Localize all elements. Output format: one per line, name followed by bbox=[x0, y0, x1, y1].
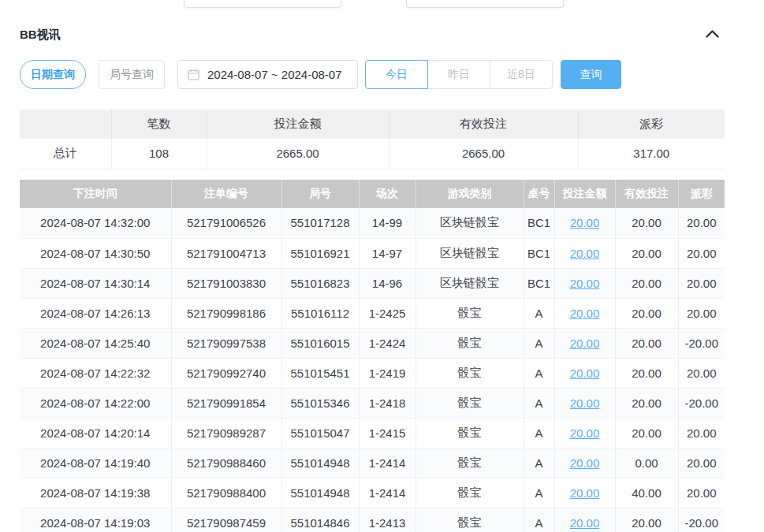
table-row: 2024-08-07 14:32:00521791006526551017128… bbox=[20, 208, 725, 238]
date-query-tab[interactable]: 日期查询 bbox=[20, 60, 86, 89]
table-row: 2024-08-07 14:25:40521790997538551016015… bbox=[20, 328, 725, 358]
top-input-1[interactable] bbox=[184, 0, 341, 8]
search-button[interactable]: 查询 bbox=[561, 60, 621, 89]
bet-records-table: 下注时间 注单编号 局号 场次 游戏类别 桌号 投注金额 有效投注 派彩 202… bbox=[20, 180, 725, 532]
quick-range-last8[interactable]: 近8日 bbox=[490, 60, 553, 89]
bet-amount-link[interactable]: 20.00 bbox=[570, 366, 600, 380]
table-row: 2024-08-07 14:20:14521790989287551015047… bbox=[20, 418, 725, 448]
page: BB视讯 日期查询 局号查询 2024-08-07 ~ 2024-08-07 今… bbox=[0, 0, 764, 532]
chevron-up-icon bbox=[706, 27, 719, 41]
header-payout: 派彩 bbox=[678, 180, 725, 208]
summary-total-label: 总计 bbox=[20, 139, 111, 169]
summary-header-bet-amount: 投注金额 bbox=[207, 110, 389, 139]
table-row: 2024-08-07 14:19:38521790988400551014948… bbox=[20, 478, 725, 508]
summary-total-bet-amount: 2665.00 bbox=[207, 139, 389, 169]
search-button-label: 查询 bbox=[580, 68, 602, 82]
round-query-label: 局号查询 bbox=[110, 68, 154, 82]
table-row: 2024-08-07 14:22:32521790992740551015451… bbox=[20, 358, 725, 388]
summary-header-valid-bet: 有效投注 bbox=[389, 110, 578, 139]
filter-bar: 日期查询 局号查询 2024-08-07 ~ 2024-08-07 今日 昨日 … bbox=[20, 60, 621, 89]
header-session: 场次 bbox=[359, 180, 416, 208]
section-title: BB视讯 bbox=[20, 28, 61, 43]
quick-range-last8-label: 近8日 bbox=[507, 68, 535, 82]
summary-total-valid-bet: 2665.00 bbox=[389, 139, 578, 169]
table-row: 2024-08-07 14:30:14521791003830551016823… bbox=[20, 268, 725, 298]
header-valid-bet: 有效投注 bbox=[615, 180, 678, 208]
date-range-value: 2024-08-07 ~ 2024-08-07 bbox=[207, 68, 342, 81]
bet-amount-link[interactable]: 20.00 bbox=[570, 516, 600, 530]
summary-total-payout: 317.00 bbox=[578, 139, 725, 169]
summary-table: 笔数 投注金额 有效投注 派彩 总计 108 2665.00 2665.00 3… bbox=[20, 110, 725, 169]
header-table-no: 桌号 bbox=[524, 180, 554, 208]
top-input-2[interactable] bbox=[406, 0, 564, 8]
header-order-id: 注单编号 bbox=[171, 180, 281, 208]
bet-amount-link[interactable]: 20.00 bbox=[570, 426, 600, 440]
quick-range-group: 今日 昨日 近8日 bbox=[365, 60, 553, 89]
bet-amount-link[interactable]: 20.00 bbox=[570, 456, 600, 470]
table-row: 2024-08-07 14:26:13521790998186551016112… bbox=[20, 298, 725, 328]
date-query-label: 日期查询 bbox=[31, 68, 75, 82]
quick-range-yesterday-label: 昨日 bbox=[448, 68, 470, 82]
round-query-tab[interactable]: 局号查询 bbox=[99, 60, 165, 89]
bet-amount-link[interactable]: 20.00 bbox=[570, 216, 600, 229]
quick-range-yesterday[interactable]: 昨日 bbox=[427, 60, 490, 89]
summary-header-row: 笔数 投注金额 有效投注 派彩 bbox=[20, 110, 725, 139]
summary-total-row: 总计 108 2665.00 2665.00 317.00 bbox=[20, 139, 725, 169]
table-row: 2024-08-07 14:19:03521790987459551014846… bbox=[20, 508, 725, 532]
calendar-icon bbox=[188, 69, 199, 80]
table-row: 2024-08-07 14:22:00521790991854551015346… bbox=[20, 388, 725, 418]
table-row: 2024-08-07 14:19:40521790988460551014948… bbox=[20, 448, 725, 478]
header-game-type: 游戏类别 bbox=[416, 180, 524, 208]
quick-range-today[interactable]: 今日 bbox=[365, 60, 428, 89]
collapse-button[interactable] bbox=[701, 25, 723, 43]
summary-header-empty bbox=[20, 110, 111, 139]
bet-amount-link[interactable]: 20.00 bbox=[570, 396, 600, 410]
summary-total-count: 108 bbox=[111, 139, 207, 169]
header-bet-time: 下注时间 bbox=[20, 180, 171, 208]
table-header-row: 下注时间 注单编号 局号 场次 游戏类别 桌号 投注金额 有效投注 派彩 bbox=[20, 180, 725, 208]
date-range-picker[interactable]: 2024-08-07 ~ 2024-08-07 bbox=[177, 60, 358, 89]
bet-amount-link[interactable]: 20.00 bbox=[570, 247, 600, 260]
bet-amount-link[interactable]: 20.00 bbox=[570, 337, 600, 350]
summary-header-count: 笔数 bbox=[111, 110, 207, 139]
quick-range-today-label: 今日 bbox=[386, 68, 408, 82]
bet-table-body: 2024-08-07 14:32:00521791006526551017128… bbox=[20, 208, 725, 532]
table-row: 2024-08-07 14:30:50521791004713551016921… bbox=[20, 238, 725, 268]
header-round-id: 局号 bbox=[281, 180, 359, 208]
bet-amount-link[interactable]: 20.00 bbox=[570, 486, 600, 500]
header-bet-amount: 投注金额 bbox=[554, 180, 615, 208]
summary-header-payout: 派彩 bbox=[578, 110, 725, 139]
bet-amount-link[interactable]: 20.00 bbox=[570, 307, 600, 320]
bet-amount-link[interactable]: 20.00 bbox=[570, 277, 600, 290]
